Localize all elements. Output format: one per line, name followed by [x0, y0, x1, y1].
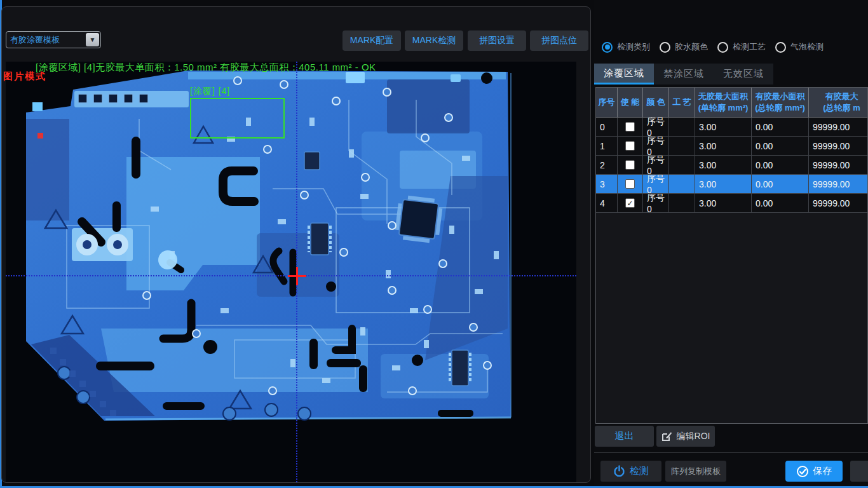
cell-process	[669, 118, 695, 136]
roi-table-body: 0序号03.000.0099999.001序号03.000.0099999.00…	[596, 118, 867, 213]
radio-detect-category[interactable]: 检测类别	[602, 41, 650, 53]
enable-checkbox[interactable]	[625, 179, 635, 189]
column-header-line2: (总轮廓 m	[823, 102, 860, 114]
exit-button[interactable]: 退出	[595, 426, 654, 447]
check-circle-icon	[796, 465, 809, 478]
template-dropdown[interactable]: 有胶涂覆模板 ▼	[6, 31, 101, 48]
cell-glue-max-area: 99999.00	[809, 137, 868, 155]
cell-process	[669, 137, 695, 155]
area-tabs: 涂覆区域禁涂区域无效区域	[594, 64, 868, 85]
cell-process	[669, 194, 695, 212]
enable-checkbox[interactable]	[625, 160, 635, 170]
roi-rectangle[interactable]	[190, 98, 285, 139]
cell-enable	[618, 156, 643, 174]
table-row[interactable]: 0序号03.000.0099999.00	[596, 118, 868, 137]
table-row[interactable]: 4✓序号03.000.0099999.00	[596, 194, 868, 213]
cell-glue-min-area: 0.00	[752, 156, 809, 174]
cell-glue-min-area: 0.00	[752, 194, 809, 212]
radio-bubble-detect[interactable]: 气泡检测	[775, 41, 824, 53]
cell-enable	[618, 118, 643, 136]
column-header-line1: 无胶最大面积	[698, 91, 748, 102]
roi-table: 序号使 能颜 色工 艺无胶最大面积(单轮廓 mm²)有胶最小面积(总轮廓 mm²…	[595, 87, 868, 424]
radio-detect-category-label: 检测类别	[617, 41, 650, 53]
column-header-line2: (总轮廓 mm²)	[755, 102, 805, 114]
cell-color: 序号0	[643, 118, 669, 136]
cell-glue-max-area: 99999.00	[809, 118, 868, 136]
roi-label: [涂覆] [4]	[190, 86, 230, 97]
column-header: 颜 色	[643, 88, 669, 117]
image-group-box: 有胶涂覆模板 ▼ MARK配置MARK检测拼图设置拼图点位	[1, 6, 591, 483]
cell-no-glue-max-area: 3.00	[695, 137, 752, 155]
column-header-line1: 使 能	[621, 97, 640, 108]
cell-index: 0	[596, 118, 618, 136]
cell-glue-max-area: 99999.00	[809, 156, 868, 174]
roi-table-header: 序号使 能颜 色工 艺无胶最大面积(单轮廓 mm²)有胶最小面积(总轮廓 mm²…	[596, 88, 868, 118]
table-row[interactable]: 2序号03.000.0099999.00	[596, 156, 868, 175]
mark-config-button[interactable]: MARK配置	[342, 30, 401, 51]
column-header-line1: 有胶最大	[825, 91, 858, 102]
table-row[interactable]: 1序号03.000.0099999.00	[596, 137, 868, 156]
radio-circle-icon	[775, 42, 786, 53]
radio-glue-color[interactable]: 胶水颜色	[660, 41, 708, 53]
pcb-photo	[6, 62, 576, 482]
enable-checkbox[interactable]	[625, 122, 635, 132]
exit-button-label: 退出	[615, 430, 634, 442]
cell-no-glue-max-area: 3.00	[695, 194, 752, 212]
cell-glue-max-area: 99999.00	[809, 175, 868, 193]
cell-process	[669, 156, 695, 174]
cell-index: 3	[596, 175, 618, 193]
radio-circle-icon	[717, 42, 728, 53]
cell-no-glue-max-area: 3.00	[695, 156, 752, 174]
cell-glue-min-area: 0.00	[752, 137, 809, 155]
tab-invalid-area[interactable]: 无效区域	[714, 64, 773, 85]
column-header-line1: 工 艺	[672, 97, 691, 108]
tab-forbidden-area[interactable]: 禁涂区域	[654, 64, 714, 85]
array-copy-template-button[interactable]: 阵列复制模板	[665, 461, 726, 482]
mark-config-button-label: MARK配置	[350, 35, 393, 46]
mark-detect-button[interactable]: MARK检测	[405, 30, 463, 51]
cell-color: 序号0	[643, 137, 669, 155]
radio-circle-icon	[660, 42, 670, 53]
table-row[interactable]: 3序号03.000.0099999.00	[596, 175, 868, 194]
panel-divider	[594, 452, 868, 453]
stitch-settings-button[interactable]: 拼图设置	[468, 30, 526, 51]
enable-checkbox[interactable]	[625, 141, 635, 151]
power-icon	[613, 465, 625, 477]
save-button-label: 保存	[813, 465, 832, 477]
radio-detect-process-label: 检测工艺	[733, 41, 766, 53]
pcb-image-viewport[interactable]: [涂覆区域] [4]无胶最大单面积：1.50 mm² 有胶最大总面积：405.1…	[6, 62, 576, 482]
edit-roi-button[interactable]: 编辑ROI	[656, 426, 715, 447]
column-header-line1: 颜 色	[646, 97, 665, 108]
cell-color: 序号0	[643, 156, 669, 174]
cell-process	[669, 175, 695, 193]
save-button[interactable]: 保存	[785, 461, 843, 482]
cell-glue-max-area: 99999.00	[809, 194, 868, 212]
radio-detect-process[interactable]: 检测工艺	[717, 41, 766, 53]
template-dropdown-value: 有胶涂覆模板	[6, 34, 86, 46]
cell-index: 2	[596, 156, 618, 174]
edit-roi-button-label: 编辑ROI	[677, 431, 710, 442]
next-button[interactable]	[850, 461, 868, 482]
cell-enable: ✓	[618, 194, 643, 212]
column-header-line1: 有胶最小面积	[756, 91, 805, 102]
column-header: 使 能	[618, 88, 643, 117]
detect-mode-radio-group: 检测类别胶水颜色检测工艺气泡检测	[594, 35, 868, 59]
column-header: 序号	[596, 88, 618, 117]
cell-enable	[618, 137, 643, 155]
array-copy-button-label: 阵列复制模板	[671, 466, 721, 477]
cell-index: 4	[596, 194, 618, 212]
stitch-settings-button-label: 拼图设置	[479, 35, 515, 46]
tab-coating-area[interactable]: 涂覆区域	[594, 64, 654, 85]
cell-color: 序号0	[643, 175, 669, 193]
enable-checkbox[interactable]: ✓	[625, 198, 635, 208]
chevron-down-icon: ▼	[86, 33, 99, 46]
stitch-points-button[interactable]: 拼图点位	[530, 30, 588, 51]
column-header: 无胶最大面积(单轮廓 mm²)	[695, 88, 752, 117]
column-header: 工 艺	[669, 88, 695, 117]
detect-button-label: 检测	[630, 465, 649, 477]
detect-button[interactable]: 检测	[600, 461, 661, 482]
column-header-line1: 序号	[599, 97, 615, 108]
mark-detect-button-label: MARK检测	[412, 35, 456, 46]
cell-no-glue-max-area: 3.00	[695, 118, 752, 136]
cell-enable	[618, 175, 643, 193]
